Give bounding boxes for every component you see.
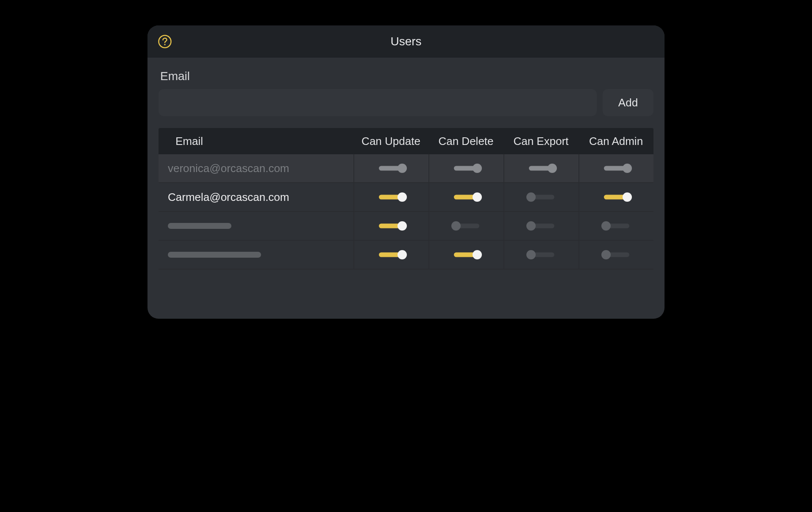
toggle-can-export[interactable]	[526, 221, 557, 231]
cell-can-export	[503, 154, 578, 182]
cell-can-admin	[578, 154, 653, 182]
cell-can-update	[353, 154, 428, 182]
cell-email: Carmela@orcascan.com	[159, 183, 353, 211]
cell-can-update	[353, 183, 428, 211]
cell-email	[159, 241, 353, 269]
help-icon[interactable]	[158, 34, 172, 49]
cell-can-export	[503, 183, 578, 211]
cell-can-delete	[428, 212, 503, 240]
cell-can-delete	[428, 183, 503, 211]
toggle-can-update[interactable]	[376, 250, 407, 259]
svg-point-1	[164, 44, 165, 45]
col-header-can-export: Can Export	[503, 135, 578, 148]
panel-title: Users	[390, 35, 421, 48]
cell-can-delete	[428, 154, 503, 182]
col-header-can-delete: Can Delete	[428, 135, 503, 148]
cell-can-update	[353, 212, 428, 240]
table-row: Carmela@orcascan.com	[159, 183, 653, 212]
col-header-can-admin: Can Admin	[578, 135, 653, 148]
cell-can-update	[353, 241, 428, 269]
toggle-can-export[interactable]	[526, 250, 557, 259]
users-table: Email Can Update Can Delete Can Export C…	[159, 128, 653, 308]
toggle-can-admin	[601, 164, 632, 173]
toggle-can-export[interactable]	[526, 192, 557, 202]
toggle-can-update[interactable]	[376, 221, 407, 231]
cell-can-delete	[428, 241, 503, 269]
toggle-can-delete[interactable]	[451, 221, 482, 231]
col-header-can-update: Can Update	[353, 135, 428, 148]
col-header-email: Email	[159, 135, 353, 148]
user-email: Carmela@orcascan.com	[168, 191, 289, 204]
email-input[interactable]	[159, 89, 597, 116]
cell-can-admin	[578, 183, 653, 211]
email-skeleton	[168, 252, 261, 258]
table-row	[159, 212, 653, 241]
table-body: veronica@orcascan.comCarmela@orcascan.co…	[159, 154, 653, 270]
toggle-can-delete[interactable]	[451, 192, 482, 202]
users-panel: Users Email Add Email Can Update Can Del…	[147, 25, 665, 319]
toggle-can-update	[376, 164, 407, 173]
toggle-can-delete	[451, 164, 482, 173]
toggle-can-admin[interactable]	[601, 192, 632, 202]
toggle-can-delete[interactable]	[451, 250, 482, 259]
email-skeleton	[168, 223, 231, 229]
toggle-can-admin[interactable]	[601, 221, 632, 231]
toggle-can-export	[526, 164, 557, 173]
table-row	[159, 241, 653, 270]
table-row: veronica@orcascan.com	[159, 154, 653, 183]
user-email: veronica@orcascan.com	[168, 162, 289, 175]
cell-can-export	[503, 241, 578, 269]
toggle-can-admin[interactable]	[601, 250, 632, 259]
cell-email	[159, 212, 353, 240]
table-header: Email Can Update Can Delete Can Export C…	[159, 128, 653, 154]
email-label: Email	[160, 70, 653, 83]
email-row: Add	[159, 89, 653, 116]
toggle-can-update[interactable]	[376, 192, 407, 202]
cell-can-admin	[578, 241, 653, 269]
add-button[interactable]: Add	[603, 89, 653, 116]
cell-email: veronica@orcascan.com	[159, 154, 353, 182]
panel-header: Users	[147, 25, 665, 58]
cell-can-export	[503, 212, 578, 240]
panel-body: Email Add Email Can Update Can Delete Ca…	[147, 58, 665, 319]
cell-can-admin	[578, 212, 653, 240]
table-footer	[159, 270, 653, 308]
